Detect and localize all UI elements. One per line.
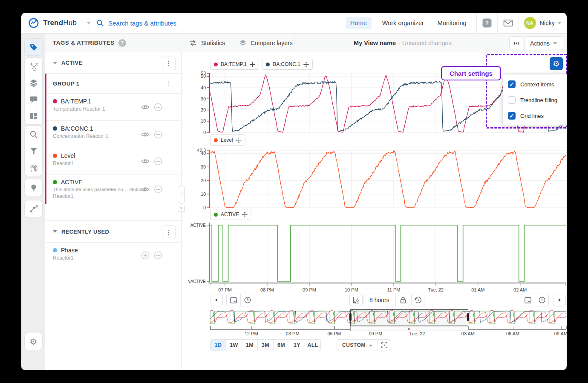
collapse-icon[interactable] xyxy=(53,230,57,233)
chart-settings-button[interactable]: ⚙ xyxy=(550,57,563,70)
move-icon[interactable] xyxy=(303,62,309,67)
tag-row-active[interactable]: ACTIVE This attribute uses parameter su…… xyxy=(45,174,181,204)
range-1w-button[interactable]: 1W xyxy=(226,340,242,351)
checkbox-icon[interactable] xyxy=(508,112,516,120)
custom-range-button[interactable]: CUSTOM xyxy=(337,340,378,351)
resize-grip-icon[interactable] xyxy=(178,186,185,203)
remove-icon[interactable] xyxy=(154,251,162,260)
move-icon[interactable] xyxy=(250,62,255,67)
checkbox-icon[interactable] xyxy=(508,96,516,104)
section-menu-button[interactable]: ⋮ xyxy=(162,226,176,239)
range-1d-button[interactable]: 1D xyxy=(210,340,226,351)
group-row[interactable]: GROUP 1 ⋮ xyxy=(45,74,181,94)
nav-item-work-organizer[interactable]: Work organizer xyxy=(378,17,429,29)
remove-icon[interactable] xyxy=(154,185,162,194)
brand[interactable]: TrendHub xyxy=(28,13,91,33)
svg-text:?: ? xyxy=(485,20,489,26)
chart-active-state[interactable]: ACTIVEINACTIVE07 PM08 PM09 PM10 PM11 PMT… xyxy=(188,220,566,294)
move-icon[interactable] xyxy=(242,212,248,217)
range-1y-button[interactable]: 1Y xyxy=(289,340,305,351)
step-back-button[interactable] xyxy=(210,294,223,306)
nav-item-home[interactable]: Home xyxy=(346,17,372,29)
view-toolbar: Statistics Compare layers My View name -… xyxy=(181,34,567,52)
svg-text:10: 10 xyxy=(201,118,206,123)
custom-frame-button[interactable] xyxy=(378,340,391,351)
panel-collapse-button[interactable]: × xyxy=(178,205,185,212)
sidebar-item-comments[interactable] xyxy=(25,91,42,108)
duration-button[interactable]: 8 hours xyxy=(363,294,395,306)
trendhub-logo-icon xyxy=(28,17,39,29)
collapse-icon[interactable] xyxy=(53,62,57,64)
remove-icon[interactable] xyxy=(154,157,162,166)
tag-row-level[interactable]: Level Reactor1 xyxy=(45,148,181,174)
section-menu-button[interactable]: ⋮ xyxy=(162,57,176,70)
section-label: ACTIVE xyxy=(61,60,82,66)
tag-row-ba-temp[interactable]: BA:TEMP.1 Temperature Reactor 1 xyxy=(45,94,181,121)
trend-presets-button[interactable] xyxy=(349,294,363,306)
sidebar-item-ideas[interactable] xyxy=(25,179,42,196)
option-context-items[interactable]: Context items xyxy=(508,79,566,89)
compare-layers-button[interactable]: Compare layers xyxy=(231,34,300,52)
user-menu-caret-icon[interactable] xyxy=(557,22,562,24)
range-1m-button[interactable]: 1M xyxy=(242,340,257,351)
sidebar-item-layers[interactable] xyxy=(25,74,42,91)
svg-text:09 PM: 09 PM xyxy=(303,287,316,292)
brush-handle-left[interactable] xyxy=(349,313,352,321)
timeline-label: 09 PM xyxy=(369,331,382,336)
range-3m-button[interactable]: 3M xyxy=(257,340,273,351)
step-forward-button[interactable] xyxy=(553,294,566,306)
end-date-button[interactable] xyxy=(521,294,535,306)
user-name[interactable]: Nicky xyxy=(540,20,555,26)
lock-duration-button[interactable] xyxy=(395,294,411,306)
mail-icon[interactable] xyxy=(503,18,513,29)
checkbox-icon[interactable] xyxy=(508,80,516,88)
remove-icon[interactable] xyxy=(154,130,162,139)
visibility-icon[interactable] xyxy=(141,131,150,137)
add-icon[interactable] xyxy=(141,251,150,260)
search-input[interactable]: Search tags & attributes xyxy=(96,13,176,33)
avatar[interactable]: NA xyxy=(524,17,536,29)
timeline-label: 03 AM xyxy=(461,331,475,336)
brush-handle-right[interactable] xyxy=(467,313,469,321)
series-color-dot xyxy=(53,99,57,103)
statistics-button[interactable]: Statistics xyxy=(181,34,233,52)
series-badge-ba-conc[interactable]: BA:CONC.1 xyxy=(262,59,313,70)
end-time-button[interactable] xyxy=(535,294,548,306)
tag-row-ba-conc[interactable]: BA:CONC.1 Concentration Reactor 1 xyxy=(45,121,181,148)
option-grid-lines[interactable]: Grid lines xyxy=(508,111,566,121)
series-badge-active[interactable]: ACTIVE xyxy=(210,209,251,220)
move-icon[interactable] xyxy=(236,137,242,143)
panel-resize-handle[interactable]: × xyxy=(178,186,184,212)
start-date-button[interactable] xyxy=(227,294,240,306)
range-6m-button[interactable]: 6M xyxy=(273,340,289,351)
brush-grip[interactable] xyxy=(350,326,468,331)
series-badge-ba-temp[interactable]: BA:TEMP.1 xyxy=(210,59,259,70)
help-icon[interactable]: ? xyxy=(482,18,492,28)
sidebar-item-tags[interactable] xyxy=(25,39,42,55)
sidebar-item-search[interactable] xyxy=(25,126,42,143)
sidebar-item-fingerprint[interactable] xyxy=(25,159,42,176)
visibility-icon[interactable] xyxy=(141,104,150,110)
panel-help-icon[interactable]: ? xyxy=(118,39,126,47)
settings-button[interactable]: ⚙ xyxy=(25,333,42,350)
option-trendline-filling[interactable]: Trendline filling xyxy=(508,95,566,105)
visibility-icon[interactable] xyxy=(141,186,150,192)
tag-row-phase[interactable]: Phase Reactor1 xyxy=(45,243,181,268)
series-badge-level[interactable]: Level xyxy=(210,134,245,146)
time-brush[interactable] xyxy=(350,309,468,326)
group-menu-icon[interactable]: ⋮ xyxy=(166,80,172,87)
chart-level[interactable]: 42.3403020100 xyxy=(188,148,566,210)
history-button[interactable] xyxy=(411,294,424,306)
nav-item-monitoring[interactable]: Monitoring xyxy=(433,17,471,29)
remove-icon[interactable] xyxy=(154,103,162,111)
start-time-button[interactable] xyxy=(240,294,254,306)
range-all-button[interactable]: ALL xyxy=(305,340,320,351)
actions-button[interactable]: Actions xyxy=(524,36,563,50)
visibility-icon[interactable] xyxy=(141,158,150,164)
sidebar-item-connections[interactable] xyxy=(25,200,42,217)
sidebar-item-dashboards[interactable] xyxy=(25,108,42,124)
broadcast-button[interactable] xyxy=(509,36,523,50)
sidebar-item-calculations[interactable] xyxy=(25,58,42,74)
series-color-dot xyxy=(53,180,57,184)
sidebar-item-filter[interactable] xyxy=(25,143,42,159)
